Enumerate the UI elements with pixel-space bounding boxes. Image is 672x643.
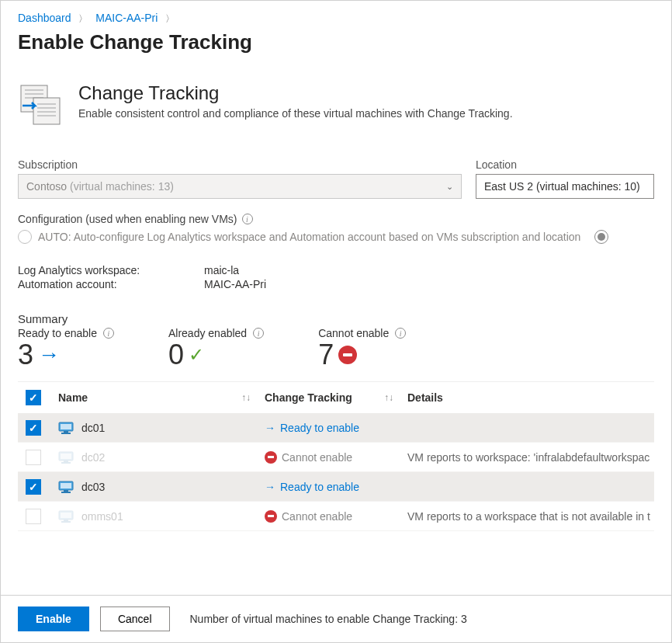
breadcrumb-resource[interactable]: MAIC-AA-Pri	[95, 12, 158, 24]
chevron-down-icon: ⌄	[446, 182, 453, 192]
breadcrumb-dashboard[interactable]: Dashboard	[18, 12, 71, 24]
sort-icon[interactable]: ↑↓	[241, 392, 251, 403]
svg-rect-16	[61, 462, 71, 464]
svg-rect-15	[64, 461, 68, 462]
summary-already-value: 0	[168, 341, 184, 369]
summary-ready-label: Ready to enable	[18, 327, 97, 339]
svg-rect-24	[61, 521, 71, 523]
row-checkbox[interactable]	[26, 420, 41, 436]
vm-name: dc03	[81, 481, 105, 493]
summary-already-label: Already enabled	[168, 327, 247, 339]
vm-name: omms01	[81, 510, 123, 523]
sort-icon[interactable]: ↑↓	[384, 392, 393, 403]
row-checkbox	[26, 509, 41, 524]
table-row[interactable]: dc03 →Ready to enable	[18, 472, 654, 502]
location-label: Location	[476, 158, 654, 171]
location-select[interactable]: East US 2 (virtual machines: 10)	[476, 174, 654, 199]
row-checkbox	[26, 450, 41, 465]
table-row[interactable]: dc02 Cannot enable VM reports to workspa…	[18, 443, 654, 472]
col-header-tracking[interactable]: Change Tracking	[265, 391, 352, 404]
svg-rect-23	[64, 520, 68, 521]
summary-ready-value: 3	[18, 341, 33, 369]
status-label: Cannot enable	[282, 451, 352, 464]
arrow-right-icon: →	[265, 481, 275, 493]
col-header-name[interactable]: Name	[58, 391, 88, 404]
svg-rect-20	[61, 492, 71, 493]
radio-auto	[18, 230, 32, 244]
location-value: East US 2 (virtual machines: 10)	[484, 180, 640, 193]
vm-name: dc01	[81, 422, 105, 434]
svg-rect-14	[61, 454, 71, 459]
svg-rect-4	[33, 98, 60, 124]
select-all-checkbox[interactable]	[26, 390, 41, 405]
svg-rect-10	[61, 424, 71, 429]
summary-ready[interactable]: Ready to enable i 3 →	[18, 327, 114, 369]
subscription-suffix: (virtual machines: 13)	[70, 180, 174, 193]
status-label: Ready to enable	[280, 422, 359, 434]
svg-rect-18	[61, 483, 71, 488]
summary-cannot[interactable]: Cannot enable i 7	[318, 327, 406, 369]
error-icon	[338, 346, 357, 364]
checkmark-icon: ✓	[189, 346, 204, 364]
automation-value: MAIC-AA-Pri	[204, 278, 266, 290]
subscription-label: Subscription	[18, 158, 462, 171]
chevron-right-icon: 〉	[78, 13, 88, 24]
enable-button[interactable]: Enable	[18, 607, 89, 631]
radio-custom	[594, 230, 608, 244]
subscription-value: Contoso	[26, 180, 67, 193]
automation-label: Automation account:	[18, 278, 204, 290]
arrow-right-icon: →	[265, 422, 275, 434]
change-tracking-icon	[18, 82, 63, 127]
subscription-select: Contoso (virtual machines: 13) ⌄	[18, 174, 462, 199]
breadcrumb: Dashboard 〉 MAIC-AA-Pri 〉	[18, 12, 654, 26]
svg-rect-22	[61, 513, 71, 518]
table-row[interactable]: omms01 Cannot enable VM reports to a wor…	[18, 502, 654, 531]
cancel-button[interactable]: Cancel	[100, 607, 170, 631]
info-icon[interactable]: i	[253, 328, 264, 339]
error-icon	[265, 510, 277, 523]
page-title: Enable Change Tracking	[18, 30, 654, 54]
hero-subtitle: Enable consistent control and compliance…	[78, 107, 513, 120]
configuration-label: Configuration (used when enabling new VM…	[18, 213, 237, 225]
log-analytics-label: Log Analytics workspace:	[18, 264, 204, 276]
hero-title: Change Tracking	[78, 82, 513, 104]
vm-name: dc02	[81, 451, 105, 464]
summary-already[interactable]: Already enabled i 0 ✓	[168, 327, 264, 369]
col-header-details[interactable]: Details	[407, 391, 443, 404]
error-icon	[265, 451, 277, 464]
row-details: VM reports to a workspace that is not av…	[407, 510, 654, 523]
summary-label: Summary	[18, 312, 654, 325]
arrow-right-icon: →	[38, 344, 60, 366]
table-row[interactable]: dc01 →Ready to enable	[18, 413, 654, 443]
log-analytics-value: maic-la	[204, 264, 239, 276]
status-label: Cannot enable	[282, 510, 352, 523]
chevron-right-icon: 〉	[165, 13, 175, 24]
vm-table: Name ↑↓ Change Tracking ↑↓ Details dc01 …	[18, 381, 654, 531]
info-icon[interactable]: i	[242, 214, 253, 224]
svg-rect-11	[64, 431, 68, 433]
summary-cannot-label: Cannot enable	[318, 327, 389, 339]
svg-rect-19	[64, 490, 68, 492]
info-icon[interactable]: i	[395, 328, 406, 339]
info-icon[interactable]: i	[103, 328, 114, 339]
footer-text: Number of virtual machines to enable Cha…	[190, 613, 467, 625]
row-details: VM reports to workspace: 'infralabdefaul…	[407, 451, 654, 464]
radio-auto-label: AUTO: Auto-configure Log Analytics works…	[38, 231, 580, 243]
svg-rect-12	[61, 433, 71, 434]
row-checkbox[interactable]	[26, 479, 41, 495]
summary-cannot-value: 7	[318, 341, 334, 369]
status-label: Ready to enable	[280, 481, 359, 493]
